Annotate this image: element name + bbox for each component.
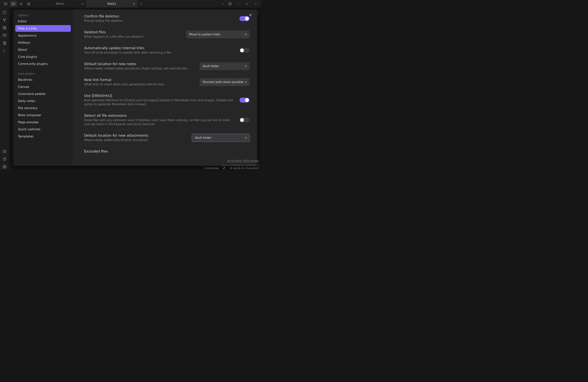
setting-confirm-delete: Confirm file deletion Prompt before file…: [84, 11, 250, 27]
toggle-auto-update-links[interactable]: [239, 48, 250, 53]
close-icon[interactable]: ✕: [133, 2, 135, 5]
setting-desc: Show files with any extension even if Ob…: [84, 118, 234, 126]
dropdown-deleted-files[interactable]: Move to system trash ▼: [186, 31, 250, 38]
svg-rect-25: [4, 42, 6, 45]
nav-appearance[interactable]: Appearance: [15, 32, 71, 39]
tab-label: Note1: [107, 2, 116, 5]
bookmark-button[interactable]: [25, 1, 32, 7]
setting-detect-extensions: Detect all file extensions Show files wi…: [84, 110, 250, 130]
tab-dropdown-button[interactable]: [219, 1, 226, 7]
nav-editor[interactable]: Editor: [15, 18, 71, 25]
setting-use-wikilinks: Use [[Wikilinks]] Auto-generate Wikilink…: [84, 90, 250, 110]
svg-point-35: [257, 14, 258, 15]
close-icon[interactable]: ✕: [81, 2, 84, 5]
tab-label: Note1: [56, 2, 64, 5]
setting-desc: Auto-generate Wikilinks for [[links]] an…: [84, 98, 234, 106]
new-tab-button[interactable]: [138, 0, 145, 8]
setting-new-link-format: New link format What links to insert whe…: [84, 74, 250, 90]
window-close[interactable]: [251, 1, 260, 7]
svg-rect-27: [3, 150, 6, 153]
setting-desc: Where newly created notes are placed. Pl…: [84, 67, 194, 71]
dropdown-attachment-location[interactable]: Vault folder ▼: [192, 134, 250, 142]
setting-desc: Where newly added attachments are placed…: [84, 138, 186, 142]
nav-hotkeys[interactable]: Hotkeys: [15, 39, 71, 46]
nav-files-links[interactable]: Files & Links: [15, 25, 71, 32]
nav-page-preview[interactable]: Page preview: [15, 119, 71, 126]
nav-group-heading: Options: [18, 14, 71, 17]
window-maximize[interactable]: [243, 1, 251, 7]
status-wordcount[interactable]: 16 words 81 characters: [229, 167, 259, 170]
svg-point-15: [4, 21, 5, 21]
nav-quick-switcher[interactable]: Quick switcher: [15, 126, 71, 133]
setting-title: Default location for new notes: [84, 62, 194, 66]
nav-core-plugins[interactable]: Core plugins: [15, 53, 71, 60]
svg-rect-24: [3, 42, 5, 44]
setting-desc: Prompt before file deletion.: [84, 19, 234, 23]
app-body: Options Editor Files & Links Appearance …: [0, 8, 261, 170]
svg-point-34: [257, 13, 258, 14]
settings-icon[interactable]: [1, 163, 8, 170]
setting-new-note-location: Default location for new notes Where new…: [84, 58, 250, 74]
vault-icon[interactable]: [1, 148, 8, 155]
svg-line-3: [21, 4, 22, 5]
nav-about[interactable]: About: [15, 46, 71, 53]
daily-note-icon[interactable]: [1, 32, 8, 39]
graph-view-icon[interactable]: [1, 17, 8, 23]
nav-community-plugins[interactable]: Community plugins: [15, 61, 71, 67]
svg-point-14: [5, 19, 6, 19]
nav-canvas[interactable]: Canvas: [15, 83, 71, 90]
nav-backlinks[interactable]: Backlinks: [15, 76, 71, 83]
setting-title: Automatically update internal links: [84, 46, 234, 50]
help-icon[interactable]: [1, 156, 8, 162]
svg-point-2: [20, 3, 22, 5]
templates-icon[interactable]: [1, 40, 8, 46]
dropdown-value: Vault folder: [203, 65, 219, 68]
more-options-button[interactable]: [255, 11, 261, 17]
nav-templates[interactable]: Templates: [15, 133, 71, 140]
edit-mode-icon[interactable]: [223, 167, 226, 170]
titlebar-right: [219, 1, 261, 7]
collapse-sidebar-button[interactable]: [2, 1, 9, 7]
nav-group-heading: Core plugins: [18, 72, 71, 75]
status-bar: 4 backlinks 16 words 81 characters: [205, 167, 259, 170]
right-sidebar-toggle[interactable]: [227, 1, 233, 7]
setting-desc: Turn off to be prompted to update links …: [84, 51, 234, 55]
titlebar: Note1 ✕ Note1 ✕: [0, 0, 261, 8]
setting-deleted-files: Deleted files What happens to a file aft…: [84, 27, 250, 43]
titlebar-left: [1, 1, 32, 7]
dropdown-new-link-format[interactable]: Shortest path when possible ▼: [200, 78, 250, 86]
toggle-confirm-delete[interactable]: [239, 16, 250, 21]
left-ribbon: [0, 8, 9, 170]
tab-note1-active[interactable]: Note1 ✕: [86, 0, 138, 8]
svg-point-33: [257, 12, 258, 13]
chevron-down-icon: ▼: [245, 33, 247, 36]
window-minimize[interactable]: [234, 1, 242, 7]
setting-attachment-location: Default location for new attachments Whe…: [84, 130, 250, 146]
toggle-use-wikilinks[interactable]: [239, 98, 250, 103]
vault-folder-button[interactable]: [10, 1, 17, 7]
canvas-icon[interactable]: [1, 24, 8, 31]
tab-note1-inactive[interactable]: Note1 ✕: [34, 0, 86, 8]
tab-strip: Note1 ✕ Note1 ✕: [34, 0, 219, 8]
command-palette-icon[interactable]: [1, 47, 8, 54]
chevron-down-icon: ▼: [245, 81, 247, 83]
nav-file-recovery[interactable]: File recovery: [15, 105, 71, 111]
search-button[interactable]: [18, 1, 24, 7]
svg-rect-7: [229, 3, 231, 5]
setting-title: Excluded files: [84, 149, 250, 153]
dropdown-new-note-location[interactable]: Vault folder ▼: [200, 62, 250, 70]
toggle-detect-extensions[interactable]: [239, 117, 250, 122]
nav-command-palette[interactable]: Command palette: [15, 90, 71, 97]
setting-title: New link format: [84, 78, 194, 82]
nav-daily-notes[interactable]: Daily notes: [15, 98, 71, 104]
svg-rect-0: [4, 3, 7, 5]
quick-switcher-icon[interactable]: [1, 9, 8, 16]
status-backlinks[interactable]: 4 backlinks: [205, 167, 219, 170]
setting-title: Default location for new attachments: [84, 134, 186, 137]
setting-desc: What links to insert when auto-generatin…: [84, 83, 194, 87]
dropdown-value: Shortest path when possible: [203, 80, 244, 84]
nav-note-composer[interactable]: Note composer: [15, 112, 71, 118]
setting-auto-update-links: Automatically update internal links Turn…: [84, 43, 250, 58]
workspace: Options Editor Files & Links Appearance …: [9, 8, 261, 170]
svg-marker-4: [27, 2, 30, 5]
